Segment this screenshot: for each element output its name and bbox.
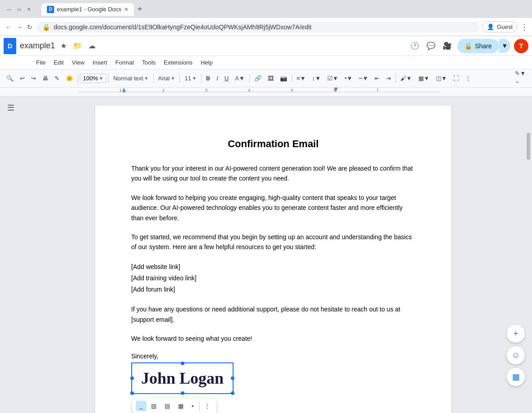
toolbar-zoom[interactable]: 100% ▼ (80, 74, 106, 83)
img-tb-break[interactable]: ▨ (161, 401, 174, 411)
resize-handle-bottom-right[interactable] (231, 391, 234, 395)
toolbar-collapse-button[interactable]: ⌃ (512, 79, 523, 88)
menu-format[interactable]: Format (112, 57, 138, 68)
resize-handle-top[interactable] (181, 362, 184, 365)
doc-title-area: example1 (20, 41, 55, 51)
toolbar-redo-button[interactable]: ↪ (28, 73, 39, 84)
toolbar-comment-button[interactable]: 🖼 (265, 73, 276, 84)
resize-handle-bottom-left[interactable] (130, 391, 134, 395)
cloud-button[interactable]: ☁ (87, 40, 97, 52)
toolbar-align-button[interactable]: ≡▼ (294, 73, 308, 84)
active-tab[interactable]: D example1 - Google Docs ✕ (41, 3, 134, 16)
toolbar-editingmode-button[interactable]: ✎▼ (512, 70, 528, 79)
menu-file[interactable]: File (32, 57, 49, 68)
history-button[interactable]: 🕐 (408, 40, 421, 52)
float-add-button[interactable]: + (507, 325, 525, 343)
doc-paragraph-2[interactable]: We look forward to helping you create en… (131, 193, 415, 223)
star-button[interactable]: ★ (59, 40, 69, 52)
toolbar-undo-button[interactable]: ↩ (17, 73, 28, 84)
outline-icon[interactable]: ☰ (5, 101, 16, 115)
menu-view[interactable]: View (68, 57, 88, 68)
doc-title[interactable]: example1 (20, 41, 55, 51)
doc-paragraph-3[interactable]: To get started, we recommend that you be… (131, 232, 415, 252)
toolbar-bold-button[interactable]: B (203, 73, 213, 84)
toolbar-decreaseindent-button[interactable]: ⇤ (372, 73, 382, 84)
meet-button[interactable]: 🎥 (441, 40, 454, 52)
menu-help[interactable]: Help (197, 57, 216, 68)
toolbar-font-button[interactable]: Arial ▼ (156, 73, 178, 84)
menu-insert[interactable]: Insert (89, 57, 111, 68)
toolbar-columns-button[interactable]: ▦▼ (416, 73, 432, 84)
doc-link-1[interactable]: [Add website link] (131, 261, 415, 273)
img-tb-more-button[interactable]: ⋮ (202, 401, 213, 411)
doc-link-2[interactable]: [Add training video link] (131, 273, 415, 284)
resize-handle-right[interactable] (231, 376, 234, 380)
toolbar-styles-button[interactable]: Normal text ▼ (110, 73, 151, 84)
profile-icon: 👤 (487, 23, 494, 30)
toolbar-table-button[interactable]: ◫▼ (433, 73, 450, 84)
resize-handles-bottom (130, 391, 234, 395)
toolbar-more-button[interactable]: ⋮ (463, 73, 474, 84)
toolbar-italic-button[interactable]: I (214, 73, 221, 84)
resize-handle-bottom-center[interactable] (181, 391, 184, 395)
svg-text:1: 1 (119, 88, 122, 93)
close-button[interactable]: ✕ (25, 5, 32, 13)
comments-button[interactable]: 💬 (425, 40, 437, 52)
toolbar-numberedlist-button[interactable]: ┉▼ (356, 73, 371, 84)
toolbar-image-button[interactable]: 📷 (277, 73, 290, 84)
img-tb-wrap[interactable]: ▧ (147, 401, 160, 411)
toolbar-color-button[interactable]: A▼ (232, 73, 248, 84)
image-toolbar: ⎯ ▧ ▨ ▩ ▪ ⋮ (132, 399, 216, 413)
resize-handle-left[interactable] (130, 376, 134, 380)
doc-area[interactable]: Confirmation Email Thank you for your in… (22, 97, 525, 413)
img-tb-behind[interactable]: ▩ (174, 401, 187, 411)
toolbar-link-button[interactable]: 🔗 (252, 73, 264, 84)
doc-paragraph-1[interactable]: Thank you for your interest in our AI-po… (131, 163, 415, 184)
reload-button[interactable]: ↻ (25, 22, 34, 32)
toolbar-search-button[interactable]: 🔍 (4, 73, 16, 84)
toolbar-spellcheck-button[interactable]: ✎ (52, 73, 62, 84)
main-area: ☰ Confirmation Email Thank you for your … (0, 97, 532, 413)
doc-paragraph-5[interactable]: We look forward to seeing what you creat… (131, 334, 415, 343)
new-tab-button[interactable]: + (134, 3, 146, 16)
scrollbar-thumb[interactable] (527, 133, 530, 160)
minimize-button[interactable]: — (5, 5, 13, 13)
share-button[interactable]: 🔒 Share (457, 39, 499, 53)
doc-page: Confirmation Email Thank you for your in… (95, 106, 451, 413)
move-button[interactable]: 📁 (71, 40, 84, 52)
zoom-chevron: ▼ (99, 76, 103, 81)
toolbar-print-button[interactable]: 🖶 (40, 73, 51, 84)
profile-button[interactable]: 👤 Guest (482, 21, 518, 32)
toolbar-highlight-button[interactable]: 🖌▼ (398, 73, 415, 84)
img-tb-front[interactable]: ▪ (188, 401, 197, 411)
menu-edit[interactable]: Edit (50, 57, 67, 68)
toolbar-crop-button[interactable]: ⛶ (450, 73, 462, 84)
back-button[interactable]: ← (4, 22, 14, 32)
toolbar-checklist-button[interactable]: ☑▼ (325, 73, 341, 84)
doc-paragraph-4[interactable]: If you have any questions or need additi… (131, 304, 415, 325)
address-box[interactable]: 🔒 docs.google.com/document/d/1sE9OlkaHyn… (37, 22, 479, 32)
toolbar-separator-8 (395, 74, 396, 83)
toolbar-underline-button[interactable]: U (222, 73, 231, 84)
img-tb-inline[interactable]: ⎯ (136, 401, 147, 411)
float-image-button[interactable]: ▦ (507, 368, 525, 386)
signature-image[interactable]: John Logan ⎯ ▧ ▨ ▩ ▪ (131, 362, 234, 394)
toolbar-fontsize-button[interactable]: 11 ▼ (182, 73, 199, 84)
toolbar-increaseindent-button[interactable]: ⇥ (383, 73, 394, 84)
toolbar-bulletlist-button[interactable]: •▼ (342, 73, 355, 84)
share-dropdown-button[interactable]: ▼ (499, 39, 510, 53)
toolbar-separator-7 (292, 74, 292, 83)
svg-text:5: 5 (291, 88, 293, 93)
browser-more-button[interactable]: ⋮ (520, 22, 528, 32)
menu-extensions[interactable]: Extensions (160, 57, 196, 68)
avatar[interactable]: T (514, 39, 528, 53)
maximize-button[interactable]: ▭ (15, 5, 23, 13)
signature-text: John Logan (134, 365, 231, 391)
float-emoji-button[interactable]: ☺ (507, 346, 525, 364)
doc-link-3[interactable]: [Add forum link] (131, 284, 415, 295)
toolbar-linespacing-button[interactable]: ↕▼ (309, 73, 323, 84)
tab-close-button[interactable]: ✕ (124, 6, 128, 13)
forward-button[interactable]: → (14, 22, 24, 32)
toolbar-paintformat-button[interactable]: 🌞 (63, 73, 76, 84)
menu-tools[interactable]: Tools (138, 57, 159, 68)
